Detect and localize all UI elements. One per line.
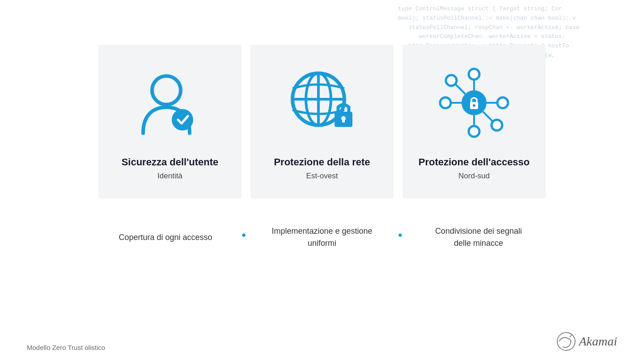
svg-point-22: [446, 75, 457, 86]
card-title-access-protection: Protezione dell'accesso: [419, 156, 530, 168]
card-subtitle-access-protection: Nord-sud: [458, 172, 490, 181]
svg-point-18: [469, 69, 479, 80]
svg-line-16: [455, 84, 465, 94]
svg-point-23: [491, 120, 502, 130]
svg-point-20: [440, 97, 451, 108]
card-title-user-security: Sicurezza dell'utente: [122, 156, 219, 168]
card-icon-user-security: [130, 63, 210, 143]
feature-dot-1: •: [233, 228, 255, 242]
svg-point-19: [469, 126, 479, 137]
feature-dot-2: •: [389, 228, 411, 242]
card-access-protection: Protezione dell'accesso Nord-sud: [402, 45, 546, 198]
svg-point-1: [172, 109, 193, 130]
card-user-security: Sicurezza dell'utente Identità: [98, 45, 242, 198]
feature-coverage: Copertura di ogni accesso: [98, 232, 233, 244]
card-icon-network-protection: [282, 63, 362, 143]
svg-rect-8: [342, 118, 345, 122]
feature-sharing: Condivisione dei segnali delle minacce: [411, 225, 546, 249]
features-row: Copertura di ogni accesso • Implementazi…: [98, 225, 546, 249]
svg-point-0: [152, 76, 181, 105]
card-subtitle-network-protection: Est-ovest: [306, 172, 338, 181]
card-icon-access-protection: [434, 63, 514, 143]
feature-implementation: Implementazione e gestione uniformi: [255, 225, 389, 249]
cards-row: Sicurezza dell'utente Identità: [98, 45, 546, 198]
main-content: Sicurezza dell'utente Identità: [0, 0, 644, 362]
card-network-protection: Protezione della rete Est-ovest: [250, 45, 394, 198]
svg-point-11: [473, 104, 475, 107]
card-title-network-protection: Protezione della rete: [274, 156, 370, 168]
svg-line-17: [483, 112, 493, 122]
card-subtitle-user-security: Identità: [157, 172, 182, 181]
svg-point-21: [497, 97, 508, 108]
